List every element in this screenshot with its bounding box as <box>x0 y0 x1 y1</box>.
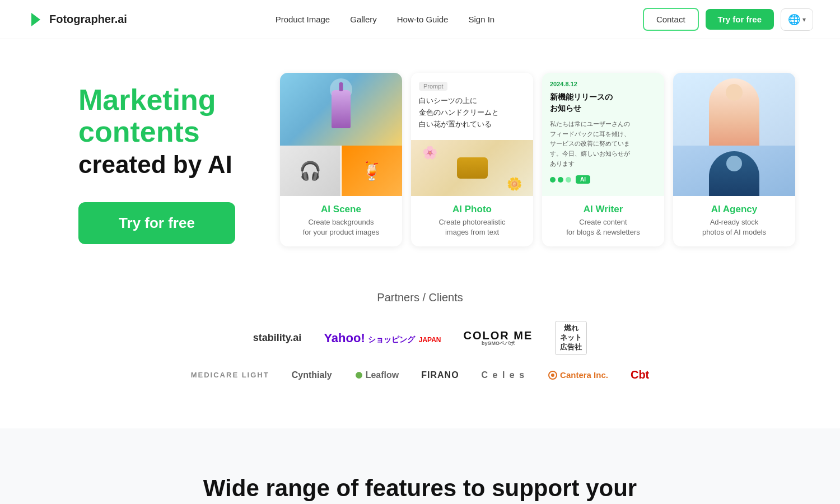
partners-title: Partners / Clients <box>45 291 795 304</box>
partner-stability: stability.ai <box>253 332 302 344</box>
photo-image-area: 🌸 🌼 <box>411 140 533 196</box>
scene-desc: Create backgrounds for your product imag… <box>287 217 395 237</box>
scene-cocktail: 🍹 <box>342 146 402 196</box>
try-button-nav[interactable]: Try for free <box>706 9 774 30</box>
hero-section: Marketingcontents created by AI Try for … <box>0 39 840 269</box>
card-ai-scene: 🎧 🍹 AI Scene Create backgrounds for your… <box>280 73 402 246</box>
partner-yahoo: Yahoo! ショッピング JAPAN <box>324 331 441 346</box>
photo-desc: Create photorealistic images from text <box>418 217 526 237</box>
photo-title: AI Photo <box>418 204 526 215</box>
agency-image-top <box>673 73 795 146</box>
partner-cbt: Cbt <box>631 368 649 381</box>
dot-1 <box>550 177 556 183</box>
nav-links: Product Image Gallery How-to Guide Sign … <box>276 15 495 24</box>
logo-link[interactable]: Fotographer.ai <box>27 11 127 29</box>
navbar: Fotographer.ai Product Image Gallery How… <box>0 0 840 39</box>
writer-title: AI Writer <box>549 204 657 215</box>
photo-prompt-area: Prompt 白いシーツの上に金色のハンドクリームと白い花が置かれている <box>411 73 533 140</box>
partner-cynthialy: Cynthialy <box>292 370 332 380</box>
nav-actions: Contact Try for free 🌐 ▾ <box>643 8 813 31</box>
nav-signin[interactable]: Sign In <box>468 15 494 24</box>
writer-content-area: 2024.8.12 新機能リリースのお知らせ 私たちは常にユーザーさんのフィード… <box>542 73 664 196</box>
partner-firano: FIRANO <box>421 370 459 380</box>
logo-icon <box>27 11 45 29</box>
partner-cantera: Cantera Inc. <box>548 370 608 380</box>
perfume-bottle <box>332 90 351 128</box>
flower-left: 🌸 <box>422 146 437 160</box>
card-ai-writer: 2024.8.12 新機能リリースのお知らせ 私たちは常にユーザーさんのフィード… <box>542 73 664 246</box>
writer-news-body: 私たちは常にユーザーさんのフィードバックに耳を傾け、サービスの改善に努めています… <box>550 119 656 169</box>
hero-title-black: created by AI <box>78 150 258 180</box>
hero-title-green: Marketingcontents <box>78 84 258 148</box>
prompt-label: Prompt <box>419 82 447 91</box>
writer-desc: Create content for blogs & newsletters <box>549 217 657 237</box>
agency-title: AI Agency <box>680 204 788 215</box>
model-male <box>709 151 759 196</box>
writer-news-title: 新機能リリースのお知らせ <box>550 92 656 114</box>
partners-row-1: stability.ai Yahoo! ショッピング JAPAN COLOR M… <box>45 321 795 355</box>
partner-leaflow: Leaflow <box>354 370 399 380</box>
hero-left: Marketingcontents created by AI Try for … <box>78 73 258 244</box>
logo-text: Fotographer.ai <box>49 13 127 26</box>
writer-label: AI Writer Create content for blogs & new… <box>542 196 664 246</box>
photo-label: AI Photo Create photorealistic images fr… <box>411 196 533 246</box>
contact-button[interactable]: Contact <box>643 8 699 31</box>
agency-image-bottom <box>673 146 795 196</box>
card-ai-photo: Prompt 白いシーツの上に金色のハンドクリームと白い花が置かれている 🌸 🌼… <box>411 73 533 246</box>
partner-colorme: COLOR ME byGMOペパポ <box>464 330 533 346</box>
scene-label: AI Scene Create backgrounds for your pro… <box>280 196 402 246</box>
partners-section: Partners / Clients stability.ai Yahoo! シ… <box>0 269 840 406</box>
partners-row-2: MEDICARE LIGHT Cynthialy Leaflow FIRANO … <box>45 368 795 381</box>
language-selector[interactable]: 🌐 ▾ <box>781 8 813 31</box>
partner-netad: 燃れネット広告社 <box>555 321 587 355</box>
svg-point-1 <box>551 374 554 377</box>
ai-badge: AI <box>576 175 590 184</box>
dot-3 <box>566 177 571 183</box>
partner-celes: C e l e s <box>482 370 525 380</box>
scene-title: AI Scene <box>287 204 395 215</box>
scene-image-bottom: 🎧 🍹 <box>280 146 402 196</box>
try-button-hero[interactable]: Try for free <box>78 202 235 244</box>
footer-heading: Wide range of features to support your c… <box>45 473 795 504</box>
hero-cards: 🎧 🍹 AI Scene Create backgrounds for your… <box>280 73 795 246</box>
agency-desc: Ad-ready stock photos of AI models <box>680 217 788 237</box>
chevron-down-icon: ▾ <box>802 16 806 24</box>
model-female <box>709 78 759 146</box>
scene-headphone: 🎧 <box>280 146 340 196</box>
prompt-text: 白いシーツの上に金色のハンドクリームと白い花が置かれている <box>419 95 525 130</box>
scene-image-top <box>280 73 402 146</box>
nav-product-image[interactable]: Product Image <box>276 15 330 24</box>
partner-medicare: MEDICARE LIGHT <box>191 371 269 379</box>
card-ai-agency: AI Agency Ad-ready stock photos of AI mo… <box>673 73 795 246</box>
agency-label: AI Agency Ad-ready stock photos of AI mo… <box>673 196 795 246</box>
nav-howto[interactable]: How-to Guide <box>397 15 449 24</box>
writer-date: 2024.8.12 <box>550 81 656 87</box>
dot-2 <box>558 177 563 183</box>
footer-section: Wide range of features to support your c… <box>0 428 840 504</box>
cream-jar <box>457 157 488 179</box>
flower-right: 🌼 <box>507 177 522 192</box>
nav-gallery[interactable]: Gallery <box>350 15 377 24</box>
writer-dots: AI <box>550 175 656 184</box>
globe-icon: 🌐 <box>788 13 800 26</box>
